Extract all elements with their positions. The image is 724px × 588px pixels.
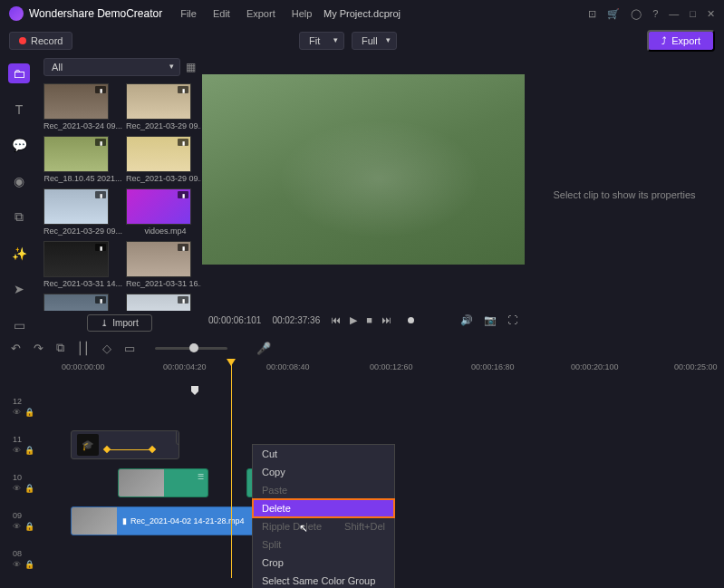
fullscreen-icon[interactable]: ⛶ (507, 314, 517, 326)
ctx-crop[interactable]: Crop (253, 554, 394, 572)
zoom-handle[interactable] (189, 343, 198, 352)
progress-handle[interactable] (408, 317, 414, 323)
clip-filename: Rec_2021-04-02 14-21-28.mp4 (130, 516, 245, 525)
fit-select[interactable]: Fit (299, 32, 344, 50)
eye-icon[interactable]: 👁 (13, 408, 21, 417)
video-badge-icon: ▮ (95, 86, 106, 93)
eye-icon[interactable]: 👁 (13, 446, 21, 455)
caption-icon[interactable]: ▭ (8, 315, 30, 335)
mic-icon[interactable]: 🎤 (256, 342, 271, 355)
resolution-select[interactable]: Full (352, 32, 397, 50)
media-thumb[interactable]: ▮ (43, 294, 122, 311)
redo-icon[interactable]: ↷ (34, 342, 43, 355)
crop-tool-icon[interactable]: ⧉ (56, 341, 64, 355)
playhead[interactable] (231, 361, 232, 578)
next-frame-icon[interactable]: ⏭ (381, 314, 391, 326)
media-thumb[interactable]: ▮Rec_2021-03-29 09... (126, 136, 201, 183)
timeline-toolbar: ↶ ↷ ⧉ ⎮⎮ ◇ ▭ 🎤 (0, 335, 724, 361)
media-thumb[interactable]: ▮vidoes.mp4 (126, 188, 201, 236)
minimize-icon[interactable]: — (669, 8, 679, 20)
volume-icon[interactable]: 🔊 (460, 314, 473, 326)
properties-hint: Select clip to show its properties (553, 189, 695, 200)
import-button[interactable]: ⤓Import (87, 314, 151, 332)
timecode-current: 00:00:06:101 (208, 315, 261, 325)
clip[interactable]: ▮Rec_2021-04-02 14-21-28.mp4 (71, 506, 270, 535)
clip-caption[interactable]: 🎓 Cap (71, 430, 179, 459)
clip-type-icon: ▮ (122, 516, 127, 525)
ctx-paste[interactable]: Paste (253, 481, 394, 499)
eye-icon[interactable]: 👁 (13, 560, 21, 569)
video-badge-icon: ▮ (95, 191, 106, 198)
text-icon[interactable]: T (8, 100, 30, 120)
caption-tool-icon[interactable]: ▭ (124, 342, 135, 355)
menu-file[interactable]: File (180, 8, 197, 19)
track-number: 08 (13, 549, 22, 558)
menu-export[interactable]: Export (246, 8, 275, 19)
app-logo-icon (9, 6, 24, 21)
video-badge-icon: ▮ (178, 244, 188, 251)
marker-tool-icon[interactable]: ◇ (102, 342, 111, 355)
media-thumb[interactable]: ▮Rec_18.10.45 2021... (43, 136, 122, 183)
undo-icon[interactable]: ↶ (11, 342, 21, 355)
track-row: 12👁🔒 (0, 388, 724, 426)
media-thumb[interactable]: ▮Rec_2021-03-24 09... (43, 83, 122, 130)
media-thumb[interactable]: ▮Rec_2021-03-31 14... (43, 241, 122, 288)
eye-icon[interactable]: 👁 (13, 484, 21, 493)
ctx-cut[interactable]: Cut (253, 445, 394, 463)
playback-bar: 00:00:06:101 00:02:37:36 ⏮ ▶ ■ ⏭ 🔊 📷 ⛶ (201, 314, 525, 326)
cursor-icon[interactable]: ➤ (8, 280, 30, 300)
preview-canvas[interactable] (202, 74, 525, 265)
track-number: 09 (13, 511, 22, 520)
ctx-copy[interactable]: Copy (253, 463, 394, 481)
effects-icon[interactable]: ✨ (8, 244, 30, 264)
clip-menu-icon[interactable]: ☰ (198, 473, 204, 481)
video-badge-icon: ▮ (95, 139, 106, 146)
side-rail: 🗀 T 💬 ◉ ⧉ ✨ ➤ ▭ (0, 54, 38, 335)
ctx-split[interactable]: Split (253, 535, 394, 554)
annotation-icon[interactable]: 💬 (8, 136, 30, 156)
main-menu: File Edit Export Help (180, 8, 312, 19)
close-icon[interactable]: ✕ (707, 8, 715, 20)
media-library-icon[interactable]: 🗀 (8, 63, 30, 83)
zoom-slider[interactable] (155, 347, 227, 350)
transition-icon[interactable]: ⧉ (8, 207, 30, 227)
export-button[interactable]: ⤴Export (647, 30, 715, 52)
split-tool-icon[interactable]: ⎮⎮ (77, 342, 90, 355)
eye-icon[interactable]: 👁 (13, 522, 21, 531)
record-button[interactable]: Record (9, 32, 72, 50)
sticker-icon[interactable]: ◉ (8, 171, 30, 191)
media-thumb[interactable]: ▮Rec_2021-03-29 09... (126, 83, 201, 130)
snapshot-icon[interactable]: 📷 (484, 314, 497, 326)
cart-icon[interactable]: 🛒 (607, 8, 620, 20)
lock-icon[interactable]: 🔒 (24, 446, 34, 455)
media-thumbnails[interactable]: ▮Rec_2021-03-24 09... ▮Rec_2021-03-29 09… (38, 80, 201, 311)
prev-frame-icon[interactable]: ⏮ (331, 314, 341, 326)
user-icon[interactable]: ◯ (631, 8, 642, 20)
video-badge-icon: ▮ (95, 296, 106, 304)
grid-view-icon[interactable]: ▦ (186, 61, 196, 73)
lock-icon[interactable]: 🔒 (24, 560, 34, 569)
play-icon[interactable]: ▶ (350, 314, 357, 326)
clip[interactable]: ☰ (118, 468, 208, 497)
menu-edit[interactable]: Edit (213, 8, 230, 19)
video-badge-icon: ▮ (95, 244, 106, 251)
media-filter-select[interactable]: All (43, 58, 180, 76)
media-thumb[interactable]: ▮Rec_2021-03-31 16... (126, 241, 201, 288)
media-thumb[interactable]: ▮ (126, 294, 201, 311)
lock-icon[interactable]: 🔒 (24, 408, 34, 417)
timeline-ruler[interactable]: 00:00:00:00 00:00:04:20 00:00:08:40 00:0… (0, 361, 724, 388)
menu-help[interactable]: Help (292, 8, 313, 19)
lock-icon[interactable]: 🔒 (24, 522, 34, 531)
stop-icon[interactable]: ■ (366, 314, 372, 326)
ctx-select-color-group[interactable]: Select Same Color Group (253, 572, 394, 588)
ruler-tick: 00:00:25:00 (674, 362, 718, 371)
cloud-icon[interactable]: ⊡ (588, 8, 596, 20)
lock-icon[interactable]: 🔒 (24, 484, 34, 493)
help-icon[interactable]: ? (652, 8, 658, 20)
ctx-delete[interactable]: Delete (253, 499, 394, 517)
maximize-icon[interactable]: □ (690, 8, 696, 20)
ruler-tick: 00:00:00:00 (62, 362, 105, 371)
media-thumb[interactable]: ▮Rec_2021-03-29 09... (43, 188, 122, 236)
ctx-ripple-delete[interactable]: Ripple DeleteShift+Del (253, 517, 394, 535)
track-area[interactable] (45, 388, 724, 426)
